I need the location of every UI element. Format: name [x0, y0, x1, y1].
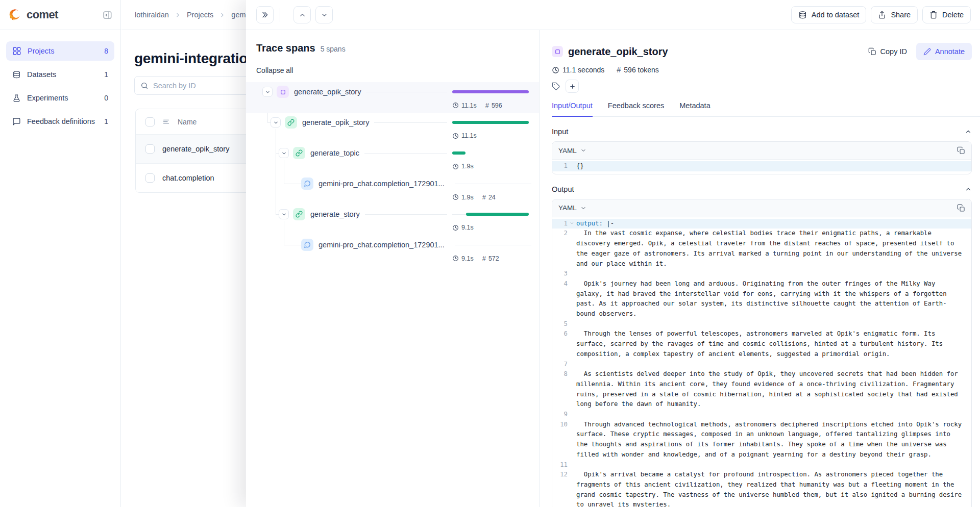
logo-row: comet	[0, 0, 120, 30]
span-detail-panel: generate_opik_story Copy ID Annotate 11.…	[539, 30, 980, 507]
duration-badge: 11.1 seconds	[552, 66, 604, 74]
trace-span-row[interactable]: generate_opik_story11.1s	[246, 113, 539, 143]
breadcrumb-item[interactable]: lothiraldan	[135, 11, 169, 19]
comet-logo-icon	[8, 8, 22, 22]
tab-feedback-scores[interactable]: Feedback scores	[608, 102, 664, 117]
add-tag-button[interactable]	[566, 80, 579, 93]
row-checkbox[interactable]	[145, 144, 155, 154]
sidebar-item-label: Datasets	[27, 70, 56, 79]
duration-bar	[452, 151, 465, 155]
span-name: generate_topic	[310, 149, 359, 157]
output-code[interactable]: 1output: |-2 In the vast cosmic expanse,…	[552, 217, 971, 507]
trace-span-row[interactable]: gemini-pro_chat.completion_172901...1.9s…	[246, 174, 539, 205]
copy-id-button[interactable]: Copy ID	[868, 47, 907, 56]
code-line: 6 Through the lenses of powerful telesco…	[552, 329, 971, 359]
code-text: output: |-	[576, 219, 971, 229]
span-name: generate_story	[310, 210, 360, 218]
code-line: 7	[552, 360, 971, 370]
fold-gutter	[568, 319, 576, 329]
previous-trace-button[interactable]	[293, 6, 311, 23]
clock-icon	[452, 163, 459, 170]
clock-icon	[452, 255, 459, 262]
duration-bar-track	[455, 182, 531, 185]
clock-icon	[452, 194, 459, 200]
clock-icon	[452, 224, 459, 231]
code-line: 5	[552, 319, 971, 329]
trace-spans-panel: Trace spans 5 spans Collapse all generat…	[246, 30, 539, 507]
tab-input-output[interactable]: Input/Output	[552, 102, 593, 117]
chevron-right-icon	[175, 12, 181, 18]
trace-span-row[interactable]: gemini-pro_chat.completion_172901...9.1s…	[246, 235, 539, 266]
clock-icon	[452, 102, 459, 109]
sidebar-item-experiments[interactable]: Experiments0	[6, 88, 114, 108]
input-format-select[interactable]: YAML	[558, 147, 586, 155]
search-icon	[140, 82, 149, 90]
sidebar-item-count: 0	[104, 94, 108, 102]
name-column-header[interactable]: Name	[178, 118, 197, 126]
next-trace-button[interactable]	[315, 6, 333, 23]
breadcrumb-item[interactable]: gemi	[231, 11, 247, 19]
delete-button[interactable]: Delete	[922, 6, 971, 23]
trace-span-row[interactable]: generate_story9.1s	[246, 205, 539, 235]
sidebar-item-feedback-definitions[interactable]: Feedback definitions1	[6, 112, 114, 131]
fold-gutter	[568, 460, 576, 470]
breadcrumb-item[interactable]: Projects	[187, 11, 213, 19]
expand-chevron-icon[interactable]	[279, 209, 289, 219]
fold-chevron-icon[interactable]	[568, 219, 576, 229]
select-all-checkbox[interactable]	[145, 117, 155, 126]
code-text	[576, 360, 971, 370]
input-section-label: Input	[552, 128, 568, 136]
line-number: 6	[552, 329, 568, 359]
duration-bar	[452, 121, 529, 124]
code-text: Through the lenses of powerful telescope…	[576, 329, 971, 359]
chain-span-icon	[293, 147, 305, 159]
detail-tabs: Input/OutputFeedback scoresMetadata	[552, 102, 980, 117]
duration-bar-track	[452, 213, 529, 216]
llm-span-icon	[301, 239, 313, 251]
duration-bar-track	[452, 90, 529, 93]
sidebar-item-projects[interactable]: Projects8	[6, 41, 114, 61]
sort-lines-icon[interactable]	[162, 118, 170, 125]
copy-input-icon[interactable]	[957, 146, 965, 155]
fold-gutter	[568, 161, 576, 171]
trace-icon	[277, 86, 289, 98]
flask-icon	[12, 94, 21, 103]
input-collapse-icon[interactable]	[965, 128, 972, 135]
share-button[interactable]: Share	[871, 6, 918, 23]
database-icon	[12, 70, 21, 79]
span-duration: 9.1s	[452, 255, 474, 262]
code-text: In the vast cosmic expanse, where celest…	[576, 229, 971, 269]
output-format-select[interactable]: YAML	[558, 204, 586, 212]
row-checkbox[interactable]	[145, 173, 155, 183]
fold-gutter	[568, 279, 576, 319]
trace-span-row[interactable]: generate_topic1.9s	[246, 143, 539, 174]
fold-gutter	[568, 329, 576, 359]
expand-chevron-icon[interactable]	[279, 148, 289, 158]
code-line: 4 Opik's journey had been long and arduo…	[552, 279, 971, 319]
trace-span-row[interactable]: generate_opik_story11.1s#596	[246, 82, 539, 113]
code-line: 9	[552, 410, 971, 420]
output-section-label: Output	[552, 185, 574, 193]
row-name: generate_opik_story	[162, 145, 229, 153]
span-tokens: #596	[485, 102, 502, 109]
close-drawer-button[interactable]	[256, 6, 274, 23]
span-name: gemini-pro_chat.completion_172901...	[318, 241, 445, 249]
annotate-button[interactable]: Annotate	[916, 43, 972, 60]
tokens-badge: # 596 tokens	[617, 66, 659, 74]
line-number: 1	[552, 161, 568, 171]
add-to-dataset-button[interactable]: Add to dataset	[791, 6, 867, 23]
collapse-all-button[interactable]: Collapse all	[246, 66, 539, 74]
line-number: 4	[552, 279, 568, 319]
output-collapse-icon[interactable]	[965, 186, 972, 193]
input-code[interactable]: 1{}	[552, 160, 971, 174]
copy-output-icon[interactable]	[957, 204, 965, 212]
expand-chevron-icon[interactable]	[262, 87, 273, 97]
sidebar-collapse-icon[interactable]	[103, 10, 112, 20]
tab-metadata[interactable]: Metadata	[679, 102, 710, 117]
sidebar: comet Projects8Datasets1Experiments0Feed…	[0, 0, 121, 507]
sidebar-item-datasets[interactable]: Datasets1	[6, 65, 114, 84]
expand-chevron-icon[interactable]	[271, 117, 281, 128]
row-name: chat.completion	[162, 174, 214, 182]
share-icon	[878, 11, 886, 19]
span-duration: 1.9s	[452, 163, 474, 170]
